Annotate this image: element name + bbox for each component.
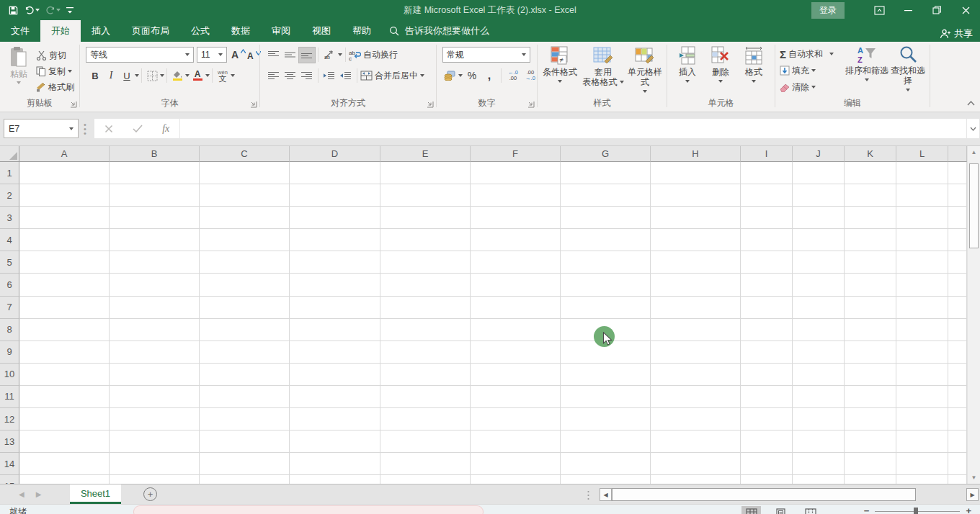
cell-K15[interactable] <box>845 475 896 484</box>
cell-C10[interactable] <box>200 364 290 386</box>
add-sheet-button[interactable]: + <box>143 487 157 501</box>
formula-bar-grip[interactable]: ••• <box>84 122 86 135</box>
cell-L2[interactable] <box>896 184 948 207</box>
close-button[interactable] <box>951 0 980 20</box>
cell-C6[interactable] <box>200 274 290 296</box>
cell-J7[interactable] <box>793 297 845 319</box>
cell-J6[interactable] <box>793 274 845 296</box>
cell-A14[interactable] <box>19 453 110 475</box>
column-header-B[interactable]: B <box>110 146 200 162</box>
cell-I11[interactable] <box>741 386 793 408</box>
cell-H5[interactable] <box>651 251 741 274</box>
wrap-text-button[interactable]: abc 自动换行 <box>349 47 398 63</box>
cell-C9[interactable] <box>200 341 290 364</box>
cell-D12[interactable] <box>290 408 380 430</box>
number-dialog-launcher[interactable] <box>527 100 535 108</box>
zoom-slider-thumb[interactable] <box>914 508 918 514</box>
cell-L8[interactable] <box>896 319 948 341</box>
cell-J13[interactable] <box>793 430 845 453</box>
cell-L7[interactable] <box>896 297 948 319</box>
cell-K2[interactable] <box>845 184 896 207</box>
row-header-12[interactable]: 12 <box>0 408 19 430</box>
increase-font-button[interactable]: A <box>231 47 246 63</box>
cell-D14[interactable] <box>290 453 380 475</box>
cell-K7[interactable] <box>845 297 896 319</box>
worksheet-grid[interactable]: ABCDEFGHIJKL 123456789101112131415 <box>0 146 967 484</box>
conditional-formatting-button[interactable]: ≠ 条件格式 <box>539 45 581 83</box>
cell-J11[interactable] <box>793 386 845 408</box>
cell-partial-9[interactable] <box>948 341 967 364</box>
tab-scrollbar-splitter[interactable] <box>587 490 590 503</box>
cell-D5[interactable] <box>290 251 380 274</box>
cell-B14[interactable] <box>110 453 200 475</box>
cell-D7[interactable] <box>290 297 380 319</box>
cell-K5[interactable] <box>845 251 896 274</box>
cell-partial-8[interactable] <box>948 319 967 341</box>
accounting-caret-icon[interactable] <box>458 74 463 77</box>
cell-partial-11[interactable] <box>948 386 967 408</box>
align-right-button[interactable] <box>299 68 315 84</box>
align-middle-button[interactable] <box>282 48 298 63</box>
borders-button[interactable] <box>144 68 160 84</box>
cell-partial-1[interactable] <box>948 162 967 184</box>
zoom-out-button[interactable]: − <box>864 508 870 514</box>
cell-J5[interactable] <box>793 251 845 274</box>
underline-caret-icon[interactable] <box>135 74 139 77</box>
clipboard-dialog-launcher[interactable] <box>69 100 77 108</box>
cell-J2[interactable] <box>793 184 845 207</box>
cell-J12[interactable] <box>793 408 845 430</box>
cell-F8[interactable] <box>471 319 561 341</box>
cell-K13[interactable] <box>845 430 896 453</box>
cell-J8[interactable] <box>793 319 845 341</box>
column-header-partial[interactable] <box>948 146 967 162</box>
ribbon-tab-0[interactable]: 文件 <box>0 20 40 42</box>
cell-C3[interactable] <box>200 207 290 229</box>
cell-E6[interactable] <box>380 274 471 296</box>
sheet-nav-right-icon[interactable]: ▶ <box>36 490 42 498</box>
percent-style-button[interactable]: % <box>464 68 480 84</box>
cell-F10[interactable] <box>471 364 561 386</box>
bold-button[interactable]: B <box>87 68 103 84</box>
cell-D10[interactable] <box>290 364 380 386</box>
ribbon-tab-5[interactable]: 数据 <box>220 20 261 42</box>
font-color-button[interactable]: A <box>190 68 205 84</box>
align-bottom-button[interactable] <box>299 48 315 63</box>
row-header-10[interactable]: 10 <box>0 364 19 386</box>
cell-A12[interactable] <box>19 408 110 430</box>
cell-C2[interactable] <box>200 184 290 207</box>
cell-B7[interactable] <box>110 297 200 319</box>
vertical-scrollbar[interactable]: ▲ ▼ <box>967 146 980 484</box>
cell-D13[interactable] <box>290 430 380 453</box>
cell-styles-button[interactable]: 单元格样式 <box>624 45 666 93</box>
cell-L14[interactable] <box>896 453 948 475</box>
cell-F15[interactable] <box>471 475 561 484</box>
cell-G5[interactable] <box>561 251 651 274</box>
column-header-G[interactable]: G <box>561 146 651 162</box>
clear-button[interactable]: 清除 <box>780 79 816 95</box>
autosum-button[interactable]: Σ 自动求和 <box>780 46 834 62</box>
phonetic-button[interactable]: wén 文 <box>215 68 231 84</box>
align-center-button[interactable] <box>282 68 298 84</box>
cell-G1[interactable] <box>561 162 651 184</box>
cell-E8[interactable] <box>380 319 471 341</box>
sign-in-button[interactable]: 登录 <box>811 2 845 19</box>
cell-partial-6[interactable] <box>948 274 967 296</box>
cell-H3[interactable] <box>651 207 741 229</box>
cell-B5[interactable] <box>110 251 200 274</box>
font-size-combobox[interactable]: 11 <box>197 47 227 63</box>
cell-F5[interactable] <box>471 251 561 274</box>
column-header-J[interactable]: J <box>793 146 845 162</box>
confirm-entry-icon[interactable] <box>133 125 143 132</box>
cell-C5[interactable] <box>200 251 290 274</box>
cell-I13[interactable] <box>741 430 793 453</box>
cell-I5[interactable] <box>741 251 793 274</box>
cell-F2[interactable] <box>471 184 561 207</box>
cell-I4[interactable] <box>741 229 793 251</box>
cell-J15[interactable] <box>793 475 845 484</box>
cell-B4[interactable] <box>110 229 200 251</box>
cell-K6[interactable] <box>845 274 896 296</box>
column-header-A[interactable]: A <box>19 146 110 162</box>
cell-partial-14[interactable] <box>948 453 967 475</box>
cell-A4[interactable] <box>19 229 110 251</box>
cell-A1[interactable] <box>19 162 110 184</box>
